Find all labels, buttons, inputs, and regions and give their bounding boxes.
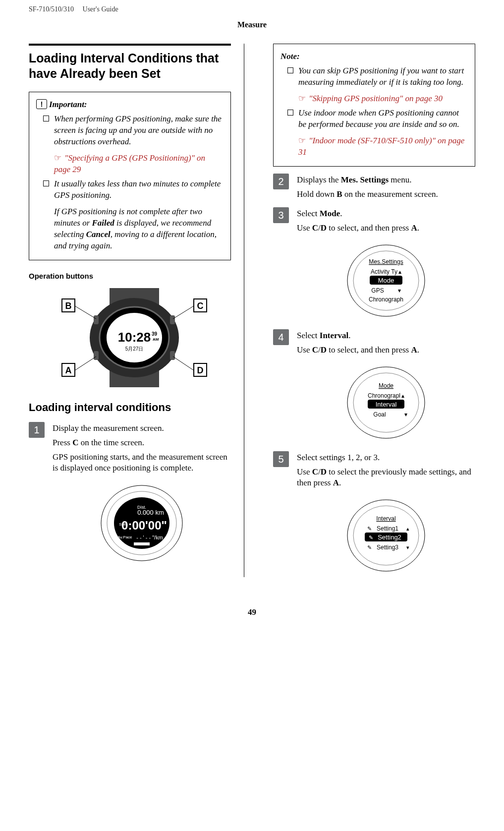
svg-rect-8: [94, 315, 99, 324]
doc-type: User's Guide: [83, 5, 118, 13]
svg-text:Mode: Mode: [378, 277, 394, 284]
important-title: ! Important:: [49, 99, 224, 111]
svg-text:✎: ✎: [367, 544, 372, 550]
step-number: 1: [29, 422, 45, 438]
step-5: 5 Select settings 1, 2, or 3. Use C/D to…: [273, 451, 475, 578]
svg-text:0.000 km: 0.000 km: [137, 509, 164, 516]
hand-icon: ☞: [54, 153, 61, 163]
step-5-body: Select settings 1, 2, or 3. Use C/D to s…: [297, 451, 475, 578]
svg-text:Setting2: Setting2: [378, 534, 401, 541]
svg-text:39: 39: [152, 331, 158, 337]
step-number: 5: [273, 451, 289, 467]
svg-line-14: [173, 306, 194, 319]
important-subpara: If GPS positioning is not complete after…: [54, 206, 224, 252]
step-4-figure: Mode Chronograpl▴ Interval Goal ▾: [297, 363, 475, 442]
checkbox-icon: [287, 110, 293, 116]
column-left: Loading Interval Conditions that have Al…: [29, 44, 244, 577]
hand-icon: ☞: [298, 94, 306, 103]
svg-text:Interval: Interval: [376, 401, 397, 408]
important-item-2: It usually takes less than two minutes t…: [43, 178, 224, 252]
important-label: Important:: [49, 100, 87, 109]
svg-text:▾: ▾: [404, 411, 407, 418]
ref-link[interactable]: "Indoor mode (SF-710/SF-510 only)" on pa…: [298, 136, 464, 157]
step-5-p2: Use C/D to select the previously made se…: [297, 467, 475, 489]
svg-text:Mes.Settings: Mes.Settings: [369, 258, 403, 265]
important-item-2-text: It usually takes less than two minutes t…: [54, 179, 221, 200]
svg-text:✎: ✎: [369, 534, 373, 540]
svg-text:Chronograpl▴: Chronograpl▴: [368, 392, 404, 399]
step-1-lead: Display the measurement screen.: [53, 423, 231, 434]
svg-text:A: A: [65, 365, 72, 375]
doc-header: SF-710/510/310 User's Guide: [29, 5, 475, 14]
step-4: 4 Select Interval. Use C/D to select, an…: [273, 329, 475, 444]
column-right: Note: You can skip GPS positioning if yo…: [273, 44, 475, 577]
step-3: 3 Select Mode. Use C/D to select, and th…: [273, 207, 475, 322]
step-2-lead: Displays the Mes. Settings menu.: [297, 175, 475, 186]
svg-text:- - ' - - "/km: - - ' - - "/km: [136, 534, 163, 540]
step-number: 2: [273, 174, 289, 189]
checkbox-icon: [43, 116, 49, 121]
step-number: 4: [273, 329, 289, 345]
operation-buttons-figure: 10:28 39 AM 5月27日 B A C: [38, 288, 231, 387]
step-3-figure: Mes.Settings Activity Ty▴ Mode GPS▾ Chro…: [297, 241, 475, 320]
svg-text:5月27日: 5月27日: [125, 346, 144, 352]
step-1-p3: GPS positioning starts, and the measurem…: [53, 452, 231, 475]
step-1-body: Display the measurement screen. Press C …: [53, 422, 231, 568]
hand-icon: ☞: [298, 136, 306, 145]
svg-text:0:00'00": 0:00'00": [121, 519, 167, 532]
svg-text:Interval: Interval: [376, 515, 395, 522]
step-3-lead: Select Mode.: [297, 208, 475, 220]
svg-text:10:28: 10:28: [118, 330, 151, 345]
step-3-p2: Use C/D to select, and then press A.: [297, 223, 475, 234]
svg-text:Goal: Goal: [373, 411, 386, 418]
svg-text:AM: AM: [153, 337, 159, 342]
important-ref-1: ☞ "Specifying a GPS (GPS Positioning)" o…: [54, 153, 224, 176]
watch-measurement-illustration: Dist. 0.000 km Split 0:00'00" Av.Pace - …: [97, 481, 186, 565]
page-number: 49: [29, 607, 475, 618]
section-title: Measure: [29, 19, 475, 30]
note-item-2: Use indoor mode when GPS positioning can…: [287, 108, 468, 158]
svg-rect-9: [94, 351, 99, 360]
step-number: 3: [273, 207, 289, 223]
ref-link[interactable]: "Skipping GPS positioning" on page 30: [309, 94, 443, 103]
svg-line-13: [75, 356, 96, 370]
watch-menu-mes-settings: Mes.Settings Activity Ty▴ Mode GPS▾ Chro…: [344, 241, 428, 320]
svg-rect-33: [134, 542, 150, 545]
note-item-2-text: Use indoor mode when GPS positioning can…: [298, 108, 459, 129]
svg-text:C: C: [197, 301, 204, 311]
step-1: 1 Display the measurement screen. Press …: [29, 422, 231, 568]
important-item-1: When performing GPS positioning, make su…: [43, 114, 224, 176]
important-item-1-text: When performing GPS positioning, make su…: [54, 114, 222, 146]
note-title: Note:: [280, 51, 468, 62]
svg-text:Mode: Mode: [379, 382, 393, 389]
svg-text:Setting3: Setting3: [377, 544, 398, 551]
step-4-p2: Use C/D to select, and then press A.: [297, 345, 475, 356]
step-4-body: Select Interval. Use C/D to select, and …: [297, 329, 475, 444]
watch-menu-interval-settings: Interval ✎ Setting1 ▴ ✎ Setting2 ✎ Setti…: [344, 496, 428, 575]
step-4-lead: Select Interval.: [297, 330, 475, 342]
svg-text:▴: ▴: [406, 526, 409, 532]
product-name: SF-710/510/310: [29, 5, 74, 13]
checkbox-icon: [287, 67, 293, 73]
two-column-layout: Loading Interval Conditions that have Al…: [29, 44, 475, 577]
step-2-body: Displays the Mes. Settings menu. Hold do…: [297, 174, 475, 200]
operation-buttons-heading: Operation buttons: [29, 271, 231, 281]
subheading-loading-interval: Loading interval conditions: [29, 400, 231, 415]
note-callout: Note: You can skip GPS positioning if yo…: [273, 44, 475, 167]
important-callout: ! Important: When performing GPS positio…: [29, 92, 231, 260]
step-5-figure: Interval ✎ Setting1 ▴ ✎ Setting2 ✎ Setti…: [297, 496, 475, 575]
note-ref-2: ☞ "Indoor mode (SF-710/SF-510 only)" on …: [298, 135, 468, 158]
svg-text:Setting1: Setting1: [377, 525, 398, 532]
watch-menu-mode: Mode Chronograpl▴ Interval Goal ▾: [344, 363, 428, 442]
svg-text:B: B: [65, 301, 72, 311]
page-heading: Loading Interval Conditions that have Al…: [29, 44, 231, 81]
step-5-lead: Select settings 1, 2, or 3.: [297, 452, 475, 464]
checkbox-icon: [43, 180, 49, 186]
svg-rect-11: [170, 351, 175, 360]
step-2: 2 Displays the Mes. Settings menu. Hold …: [273, 174, 475, 200]
svg-text:D: D: [197, 365, 204, 375]
ref-link[interactable]: "Specifying a GPS (GPS Positioning)" on …: [54, 153, 205, 174]
step-1-p2: Press C on the time screen.: [53, 437, 231, 449]
step-3-body: Select Mode. Use C/D to select, and then…: [297, 207, 475, 322]
step-2-p2: Hold down B on the measurement screen.: [297, 189, 475, 200]
